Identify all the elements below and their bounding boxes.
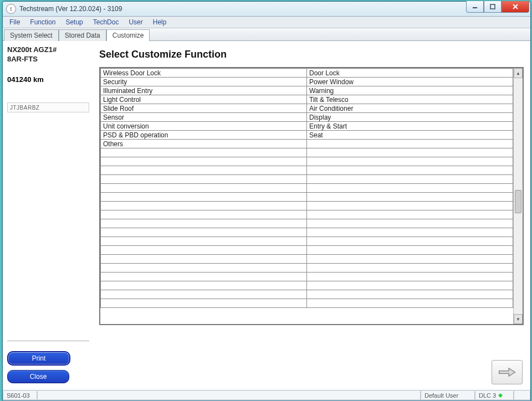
tab-system-select[interactable]: System Select (4, 29, 59, 41)
table-row-empty (101, 281, 513, 290)
table-row[interactable]: SensorDisplay (101, 113, 513, 122)
statusbar: S601-03 Default User DLC 3 (3, 390, 530, 400)
table-row[interactable]: Unit conversionEntry & Start (101, 122, 513, 131)
table-row-empty (101, 246, 513, 255)
content-area: NX200t AGZ1# 8AR-FTS 041240 km JTJBARBZ … (3, 41, 530, 390)
table-row[interactable]: PSD & PBD operationSeat (101, 131, 513, 140)
menu-help[interactable]: Help (149, 17, 171, 27)
grid-cell[interactable]: Slide Roof (101, 104, 307, 113)
table-row[interactable]: Light ControlTilt & Telesco (101, 95, 513, 104)
grid-cell[interactable] (307, 140, 513, 148)
table-row-empty (101, 273, 513, 281)
table-row-empty (101, 264, 513, 273)
grid-cell[interactable]: Unit conversion (101, 122, 307, 131)
page-title: Select Customize Function (99, 49, 524, 60)
status-user: Default User (421, 391, 475, 400)
table-row-empty (101, 219, 513, 228)
grid-cell[interactable]: Display (307, 113, 513, 122)
window-controls (466, 1, 529, 13)
grid-scrollbar[interactable]: ▲ ▼ (513, 68, 523, 324)
grid-cell[interactable]: Air Conditioner (307, 104, 513, 113)
sidebar-divider (7, 341, 89, 341)
scroll-down-arrow-icon[interactable]: ▼ (514, 314, 523, 324)
grid-cell[interactable]: Door Lock (307, 69, 513, 78)
grid-cell[interactable]: Tilt & Telesco (307, 95, 513, 104)
table-row-empty (101, 157, 513, 166)
grid-cell[interactable]: Light Control (101, 95, 307, 104)
table-row-empty (101, 166, 513, 175)
grid-cell[interactable]: Warning (307, 86, 513, 95)
svg-rect-1 (490, 4, 495, 9)
table-row-empty (101, 290, 513, 299)
table-row[interactable]: Wireless Door LockDoor Lock (101, 69, 513, 78)
app-icon: t (6, 4, 16, 14)
vehicle-model: NX200t AGZ1# (7, 45, 89, 54)
grid-cell[interactable]: Others (101, 140, 307, 148)
close-window-button[interactable] (502, 1, 529, 13)
window-title: Techstream (Ver 12.20.024) - 3109 (19, 5, 122, 13)
table-row[interactable]: Illuminated EntryWarning (101, 86, 513, 95)
svg-marker-4 (498, 393, 503, 398)
titlebar: t Techstream (Ver 12.20.024) - 3109 (3, 2, 530, 17)
grid-cell[interactable]: Illuminated Entry (101, 86, 307, 95)
connection-dot-icon (498, 393, 503, 398)
grid-cell[interactable]: Security (101, 78, 307, 86)
tab-stored-data[interactable]: Stored Data (59, 29, 106, 41)
vehicle-odometer: 041240 km (7, 75, 89, 84)
grid-cell[interactable]: Wireless Door Lock (101, 69, 307, 78)
table-row-empty (101, 210, 513, 219)
scrollbar-thumb[interactable] (515, 190, 521, 213)
next-button[interactable] (492, 360, 523, 384)
menu-function[interactable]: Function (25, 17, 60, 27)
tab-customize[interactable]: Customize (106, 29, 150, 41)
table-row-empty (101, 184, 513, 193)
application-window: t Techstream (Ver 12.20.024) - 3109 File… (2, 1, 531, 401)
menu-user[interactable]: User (124, 17, 147, 27)
vehicle-vin: JTJBARBZ (7, 102, 89, 112)
table-row-empty (101, 148, 513, 157)
main-panel: Select Customize Function Wireless Door … (94, 41, 530, 390)
menu-setup[interactable]: Setup (61, 17, 87, 27)
grid-cell[interactable]: Seat (307, 131, 513, 140)
vehicle-engine: 8AR-FTS (7, 55, 89, 63)
table-row-empty (101, 202, 513, 210)
close-button[interactable]: Close (7, 370, 69, 383)
table-row[interactable]: SecurityPower Window (101, 78, 513, 86)
table-row-empty (101, 228, 513, 237)
grid-cell[interactable]: PSD & PBD operation (101, 131, 307, 140)
minimize-button[interactable] (466, 1, 484, 13)
grid-cell[interactable]: Sensor (101, 113, 307, 122)
customize-grid-container: Wireless Door LockDoor LockSecurityPower… (99, 67, 524, 325)
maximize-button[interactable] (484, 1, 502, 13)
table-row-empty (101, 193, 513, 202)
arrow-right-icon (498, 367, 516, 378)
status-dlc: DLC 3 (475, 391, 514, 400)
table-row-empty (101, 255, 513, 264)
status-spacer (37, 391, 421, 400)
print-button[interactable]: Print (7, 351, 70, 366)
table-row[interactable]: Others (101, 140, 513, 148)
sidebar: NX200t AGZ1# 8AR-FTS 041240 km JTJBARBZ … (3, 41, 94, 390)
grid-cell[interactable]: Entry & Start (307, 122, 513, 131)
customize-grid[interactable]: Wireless Door LockDoor LockSecurityPower… (100, 68, 513, 308)
scroll-up-arrow-icon[interactable]: ▲ (514, 68, 523, 78)
menu-techdoc[interactable]: TechDoc (89, 17, 124, 27)
grid-cell[interactable]: Power Window (307, 78, 513, 86)
status-code: S601-03 (3, 391, 37, 400)
menu-file[interactable]: File (5, 17, 24, 27)
table-row-empty (101, 237, 513, 246)
table-row-empty (101, 175, 513, 184)
table-row[interactable]: Slide RoofAir Conditioner (101, 104, 513, 113)
status-end (514, 391, 530, 400)
menubar: File Function Setup TechDoc User Help (3, 17, 530, 28)
tabstrip: System Select Stored Data Customize (3, 28, 530, 41)
table-row-empty (101, 299, 513, 308)
